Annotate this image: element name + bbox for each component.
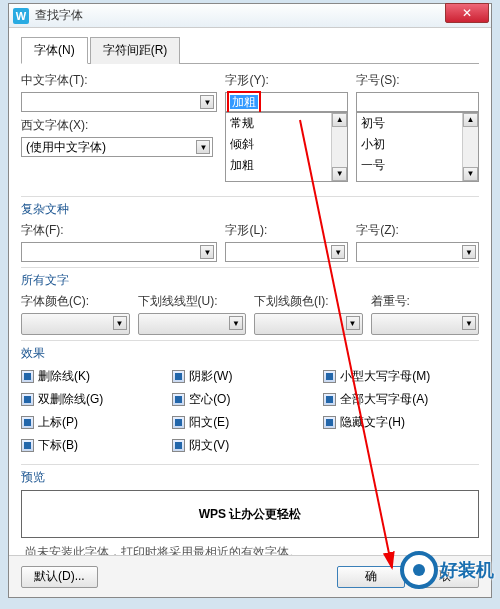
alltext-section: 所有文字 字体颜色(C): ▼ 下划线线型(U): ▼ 下划线颜色(I): ▼ …	[21, 272, 479, 335]
label-cn-font: 中文字体(T):	[21, 72, 217, 89]
check-shadow[interactable]: 阴影(W)	[172, 368, 323, 385]
tab-strip: 字体(N) 字符间距(R)	[21, 36, 479, 64]
chevron-down-icon: ▼	[200, 245, 214, 259]
style-highlight: 加粗	[227, 91, 261, 114]
label-underline-color: 下划线颜色(I):	[254, 293, 363, 310]
separator	[21, 340, 479, 341]
tab-spacing[interactable]: 字符间距(R)	[90, 37, 181, 64]
scroll-down-icon[interactable]: ▼	[463, 167, 478, 181]
chevron-down-icon: ▼	[229, 316, 243, 330]
label-font-color: 字体颜色(C):	[21, 293, 130, 310]
check-label: 小型大写字母(M)	[340, 368, 430, 385]
cn-font-combo[interactable]: ▼	[21, 92, 217, 112]
label-size: 字号(S):	[356, 72, 479, 89]
check-smallcaps[interactable]: 小型大写字母(M)	[323, 368, 474, 385]
west-font-value: (使用中文字体)	[24, 139, 106, 156]
chevron-down-icon: ▼	[200, 95, 214, 109]
check-dstrike[interactable]: 双删除线(G)	[21, 391, 172, 408]
separator	[21, 464, 479, 465]
check-label: 全部大写字母(A)	[340, 391, 428, 408]
underline-style-combo[interactable]: ▼	[138, 313, 247, 335]
check-label: 阳文(E)	[189, 414, 229, 431]
label-style: 字形(Y):	[225, 72, 348, 89]
preview-text: WPS 让办公更轻松	[199, 506, 302, 523]
style-input[interactable]: 加粗	[225, 92, 348, 112]
style-listbox[interactable]: 常规 倾斜 加粗 ▲ ▼	[225, 112, 348, 182]
cancel-button[interactable]: 取	[411, 566, 479, 588]
window-title: 查找字体	[35, 7, 487, 24]
checkbox-icon	[172, 439, 185, 452]
default-button[interactable]: 默认(D)...	[21, 566, 98, 588]
underline-color-combo[interactable]: ▼	[254, 313, 363, 335]
effects-section: 效果 删除线(K) 阴影(W) 小型大写字母(M) 双删除线(G) 空心(O) …	[21, 345, 479, 460]
size-input[interactable]	[356, 92, 479, 112]
style-value: 加粗	[230, 95, 258, 109]
label-west-font: 西文字体(X):	[21, 117, 213, 134]
label-preview: 预览	[21, 470, 45, 484]
check-super[interactable]: 上标(P)	[21, 414, 172, 431]
footer: 默认(D)... 确 取	[9, 555, 491, 597]
check-strike[interactable]: 删除线(K)	[21, 368, 172, 385]
list-item[interactable]: 一号	[357, 155, 478, 176]
app-icon: W	[13, 8, 29, 24]
checkbox-icon	[172, 370, 185, 383]
complex-size-combo[interactable]: ▼	[356, 242, 479, 262]
font-color-combo[interactable]: ▼	[21, 313, 130, 335]
close-icon: ✕	[462, 6, 472, 20]
checkbox-icon	[172, 416, 185, 429]
check-label: 隐藏文字(H)	[340, 414, 405, 431]
tab-font[interactable]: 字体(N)	[21, 37, 88, 64]
checkbox-icon	[21, 416, 34, 429]
checkbox-icon	[323, 370, 336, 383]
size-listbox[interactable]: 初号 小初 一号 ▲ ▼	[356, 112, 479, 182]
emphasis-combo[interactable]: ▼	[371, 313, 480, 335]
chevron-down-icon: ▼	[113, 316, 127, 330]
titlebar: W 查找字体 ✕	[9, 4, 491, 28]
checkbox-icon	[21, 439, 34, 452]
list-item[interactable]: 小初	[357, 134, 478, 155]
check-engrave[interactable]: 阴文(V)	[172, 437, 323, 454]
label-effects: 效果	[21, 346, 45, 360]
chevron-down-icon: ▼	[346, 316, 360, 330]
check-hollow[interactable]: 空心(O)	[172, 391, 323, 408]
scroll-down-icon[interactable]: ▼	[332, 167, 347, 181]
close-button[interactable]: ✕	[445, 3, 489, 23]
check-label: 阴文(V)	[189, 437, 229, 454]
check-hidden[interactable]: 隐藏文字(H)	[323, 414, 474, 431]
check-emboss[interactable]: 阳文(E)	[172, 414, 323, 431]
west-font-combo[interactable]: (使用中文字体) ▼	[21, 137, 213, 157]
scroll-up-icon[interactable]: ▲	[463, 113, 478, 127]
complex-font-combo[interactable]: ▼	[21, 242, 217, 262]
label-emphasis: 着重号:	[371, 293, 480, 310]
separator	[21, 196, 479, 197]
check-label: 删除线(K)	[38, 368, 90, 385]
check-label: 上标(P)	[38, 414, 78, 431]
preview-section: 预览 WPS 让办公更轻松 尚未安装此字体，打印时将采用最相近的有效字体。	[21, 469, 479, 561]
ok-button[interactable]: 确	[337, 566, 405, 588]
checkbox-icon	[323, 393, 336, 406]
check-label: 阴影(W)	[189, 368, 232, 385]
dialog-window: W 查找字体 ✕ 字体(N) 字符间距(R) 中文字体(T): ▼ 字形(Y):…	[8, 3, 492, 598]
scroll-up-icon[interactable]: ▲	[332, 113, 347, 127]
chevron-down-icon: ▼	[462, 316, 476, 330]
complex-style-combo[interactable]: ▼	[225, 242, 348, 262]
check-allcaps[interactable]: 全部大写字母(A)	[323, 391, 474, 408]
list-item[interactable]: 加粗	[226, 155, 347, 176]
list-item[interactable]: 初号	[357, 113, 478, 134]
complex-section: 复杂文种 字体(F): ▼ 字形(L): ▼ 字号(Z): ▼	[21, 201, 479, 262]
scrollbar[interactable]: ▲ ▼	[462, 113, 478, 181]
list-item[interactable]: 常规	[226, 113, 347, 134]
checkbox-icon	[172, 393, 185, 406]
chevron-down-icon: ▼	[331, 245, 345, 259]
label-alltext: 所有文字	[21, 273, 69, 287]
list-item[interactable]: 倾斜	[226, 134, 347, 155]
checkbox-icon	[21, 370, 34, 383]
check-label: 空心(O)	[189, 391, 230, 408]
check-sub[interactable]: 下标(B)	[21, 437, 172, 454]
label-font-f: 字体(F):	[21, 222, 217, 239]
dialog-body: 字体(N) 字符间距(R) 中文字体(T): ▼ 字形(Y): 加粗 常规	[9, 28, 491, 569]
chevron-down-icon: ▼	[462, 245, 476, 259]
scrollbar[interactable]: ▲ ▼	[331, 113, 347, 181]
label-size-z: 字号(Z):	[356, 222, 479, 239]
separator	[21, 267, 479, 268]
